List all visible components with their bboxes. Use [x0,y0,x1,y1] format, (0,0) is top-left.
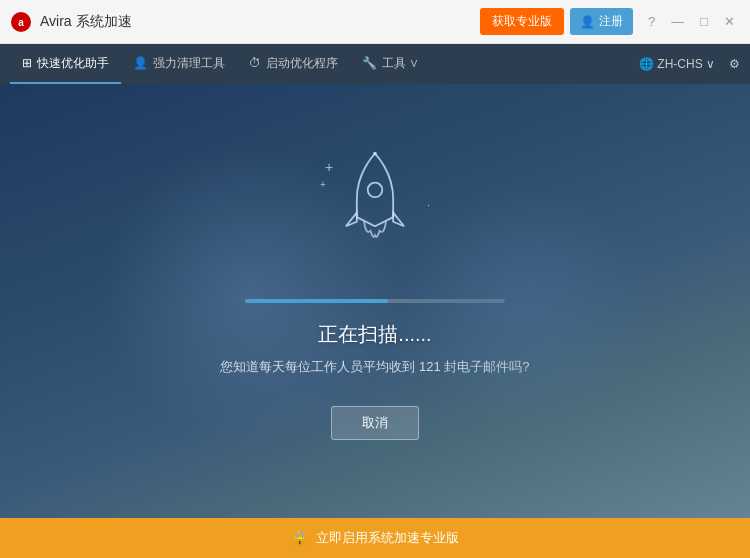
nav-startup-optimize[interactable]: ⏱ 启动优化程序 [237,44,350,84]
grid-icon: ⊞ [22,56,32,70]
nav-label: 工具 ∨ [382,55,419,72]
restore-button[interactable]: □ [695,12,713,31]
nav-quick-optimize[interactable]: ⊞ 快速优化助手 [10,44,121,84]
navbar: ⊞ 快速优化助手 👤 强力清理工具 ⏱ 启动优化程序 🔧 工具 ∨ 🌐 ZH-C… [0,44,750,84]
scan-subtitle: 您知道每天每位工作人员平均收到 121 封电子邮件吗? [220,358,529,376]
get-pro-button[interactable]: 获取专业版 [480,8,564,35]
avira-logo: a [10,11,32,33]
register-button[interactable]: 👤 注册 [570,8,633,35]
content-area: + + · 正在扫描...... 您 [0,84,750,504]
lock-icon: 🔒 [291,530,308,546]
rocket-icon [335,149,415,249]
nav-label: 快速优化助手 [37,55,109,72]
rocket-container: + + · [315,149,435,279]
promo-bottombar[interactable]: 🔒 立即启用系统加速专业版 [0,518,750,558]
main-area: + + · 正在扫描...... 您 [0,84,750,558]
svg-text:a: a [18,17,24,28]
register-label: 注册 [599,13,623,30]
settings-icon[interactable]: ⚙ [729,57,740,71]
svg-point-2 [368,182,383,197]
progress-fill [245,299,388,303]
close-button[interactable]: ✕ [719,12,740,31]
nav-right: 🌐 ZH-CHS ∨ ⚙ [639,57,740,71]
promo-text: 立即启用系统加速专业版 [316,529,459,547]
star-decoration-2: + [320,179,326,190]
star-decoration-3: · [427,199,430,211]
nav-label: 启动优化程序 [266,55,338,72]
svg-point-3 [373,151,377,155]
minimize-button[interactable]: — [666,12,689,31]
titlebar: a Avira 系统加速 获取专业版 👤 注册 ? — □ ✕ [0,0,750,44]
clean-icon: 👤 [133,56,148,70]
cancel-button[interactable]: 取消 [331,406,419,440]
help-button[interactable]: ? [643,12,660,31]
window-controls: ? — □ ✕ [643,12,740,31]
nav-tools[interactable]: 🔧 工具 ∨ [350,44,431,84]
timer-icon: ⏱ [249,56,261,70]
nav-power-clean[interactable]: 👤 强力清理工具 [121,44,237,84]
app-title: Avira 系统加速 [40,13,480,31]
star-decoration-1: + [325,159,333,175]
tools-icon: 🔧 [362,56,377,70]
language-selector[interactable]: 🌐 ZH-CHS ∨ [639,57,715,71]
nav-label: 强力清理工具 [153,55,225,72]
progress-bar [245,299,505,303]
user-icon: 👤 [580,15,595,29]
scan-title: 正在扫描...... [318,321,431,348]
